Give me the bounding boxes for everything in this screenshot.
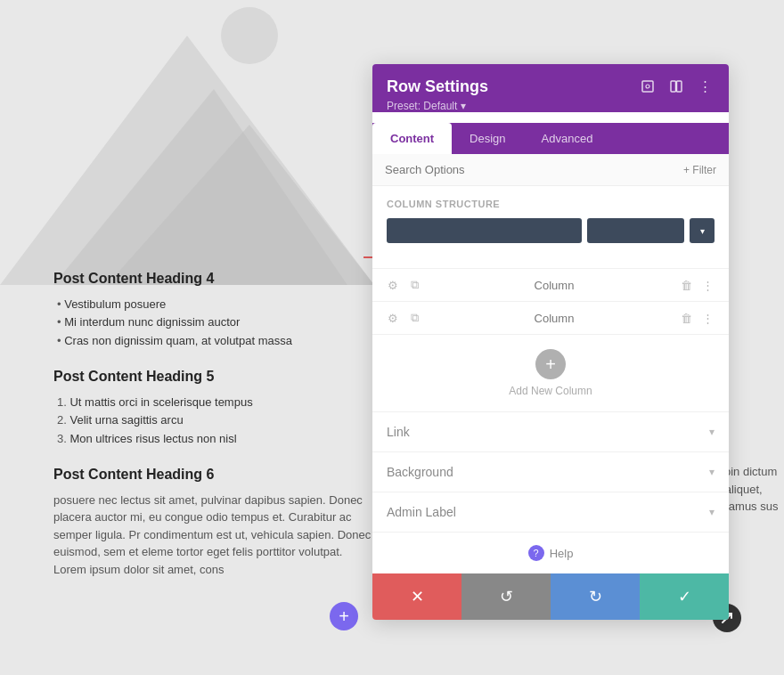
background-shapes: [0, 0, 374, 285]
svg-point-7: [646, 85, 649, 88]
list-item: Velit urna sagittis arcu: [57, 411, 374, 430]
paragraph-6: posuere nec lectus sit amet, pulvinar da…: [53, 492, 374, 579]
panel-body: + Filter Column Structure ▾ ⚙ ⧉ Column 🗑…: [372, 154, 729, 573]
panel-footer: ✕ ↺ ↻ ✓: [372, 573, 729, 620]
search-input[interactable]: [385, 163, 683, 176]
fullscreen-icon[interactable]: [638, 77, 657, 96]
list-item: Cras non dignissim quam, at volutpat mas…: [57, 332, 374, 351]
add-new-column-label: Add New Column: [509, 385, 592, 397]
more-options-icon[interactable]: ⋮: [695, 77, 715, 96]
col-row-1-label: Column: [431, 279, 677, 292]
filter-button[interactable]: + Filter: [683, 164, 716, 176]
chevron-down-icon: ▾: [709, 506, 715, 518]
panel-header-icons: ⋮: [638, 77, 715, 96]
heading-4: Post Content Heading 4: [53, 267, 374, 290]
chevron-down-icon: ▾: [709, 426, 715, 438]
more-icon[interactable]: ⋮: [698, 276, 716, 294]
save-button[interactable]: ✓: [640, 573, 729, 620]
list-item: Mi interdum nunc dignissim auctor: [57, 313, 374, 332]
column-row-2: ⚙ ⧉ Column 🗑 ⋮: [372, 302, 729, 335]
svg-rect-6: [642, 81, 653, 92]
col-row-2-actions: 🗑 ⋮: [677, 309, 716, 327]
undo-button[interactable]: ↺: [461, 573, 551, 620]
tab-content[interactable]: Content: [372, 123, 452, 154]
settings-icon[interactable]: ⚙: [385, 277, 401, 293]
settings-icon[interactable]: ⚙: [385, 310, 401, 326]
redo-button[interactable]: ↻: [551, 573, 640, 620]
add-new-column-area: + Add New Column: [372, 335, 729, 412]
svg-rect-9: [677, 81, 682, 92]
list-4: Vestibulum posuere Mi interdum nunc dign…: [53, 296, 374, 351]
delete-icon[interactable]: 🗑: [677, 309, 695, 327]
layout-icon[interactable]: [666, 77, 686, 96]
duplicate-icon[interactable]: ⧉: [406, 277, 422, 293]
panel-tabs: Content Design Advanced: [372, 123, 729, 154]
svg-rect-8: [671, 81, 676, 92]
help-icon: ?: [528, 545, 544, 561]
add-column-fab[interactable]: +: [330, 602, 358, 630]
col-row-1-icons: ⚙ ⧉: [385, 277, 422, 293]
duplicate-icon[interactable]: ⧉: [406, 310, 422, 326]
col-row-2-icons: ⚙ ⧉: [385, 310, 422, 326]
column-structure-section: Column Structure ▾: [372, 186, 729, 269]
svg-point-3: [221, 7, 278, 64]
tab-advanced[interactable]: Advanced: [524, 123, 611, 154]
panel-preset[interactable]: Preset: Default ▾: [387, 100, 715, 112]
more-icon[interactable]: ⋮: [698, 309, 716, 327]
accordion-background[interactable]: Background ▾: [372, 452, 729, 492]
accordion-admin-label[interactable]: Admin Label ▾: [372, 492, 729, 533]
accordion-background-label: Background: [387, 465, 453, 479]
accordion-link-label: Link: [387, 425, 410, 439]
list-item: Ut mattis orci in scelerisque tempus: [57, 394, 374, 412]
add-new-column-button[interactable]: +: [535, 349, 566, 379]
column-structure-label: Column Structure: [387, 199, 715, 209]
col-row-2-label: Column: [431, 312, 677, 325]
list-item: Mon ultrices risus lectus non nisl: [57, 430, 374, 449]
heading-5: Post Content Heading 5: [53, 365, 374, 388]
accordion-admin-label-label: Admin Label: [387, 505, 456, 519]
row-settings-panel: Row Settings ⋮ Preset: Default ▾: [372, 64, 729, 620]
list-5: Ut mattis orci in scelerisque tempus Vel…: [53, 394, 374, 449]
chevron-down-icon: ▾: [709, 466, 715, 478]
col-bar-dropdown[interactable]: ▾: [690, 218, 715, 243]
column-row-1: ⚙ ⧉ Column 🗑 ⋮: [372, 269, 729, 302]
tab-design[interactable]: Design: [452, 123, 523, 154]
delete-icon[interactable]: 🗑: [677, 276, 695, 294]
content-area: Post Content Heading 4 Vestibulum posuer…: [53, 267, 374, 592]
cancel-button[interactable]: ✕: [372, 573, 461, 620]
list-item: Vestibulum posuere: [57, 296, 374, 314]
column-structure-selector[interactable]: ▾: [387, 218, 715, 243]
col-bar-wide[interactable]: [387, 218, 582, 243]
accordion-link[interactable]: Link ▾: [372, 412, 729, 452]
help-row[interactable]: ? Help: [372, 533, 729, 573]
col-bar-narrow[interactable]: [587, 218, 684, 243]
help-label: Help: [550, 547, 574, 560]
col-row-1-actions: 🗑 ⋮: [677, 276, 716, 294]
search-bar: + Filter: [372, 154, 729, 186]
panel-header: Row Settings ⋮ Preset: Default ▾: [372, 64, 729, 112]
heading-6: Post Content Heading 6: [53, 463, 374, 486]
panel-title: Row Settings: [387, 77, 488, 96]
